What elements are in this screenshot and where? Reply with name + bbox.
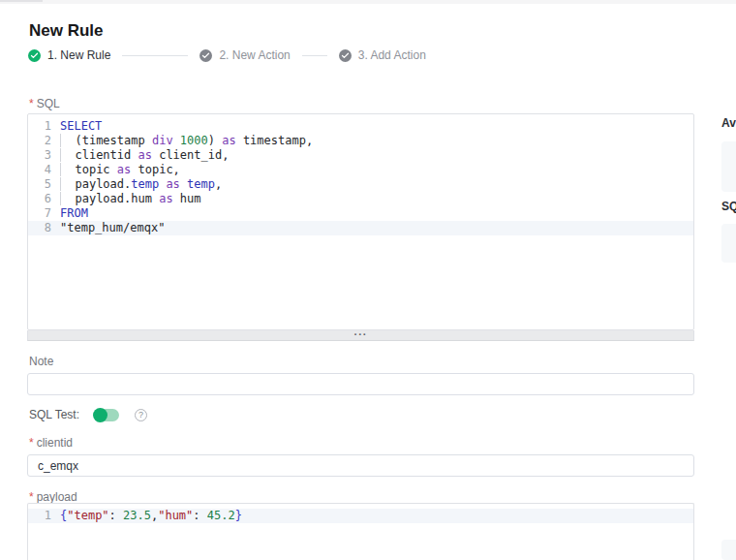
line-number: 4 bbox=[28, 163, 60, 177]
required-asterisk: * bbox=[29, 436, 34, 450]
step-label: 3. Add Action bbox=[358, 48, 426, 62]
note-input[interactable] bbox=[27, 373, 694, 395]
step-connector bbox=[122, 55, 188, 56]
step-new-rule[interactable]: 1. New Rule bbox=[28, 48, 110, 62]
line-number: 6 bbox=[28, 192, 60, 206]
step-connector bbox=[302, 55, 327, 56]
line-number: 5 bbox=[28, 177, 60, 192]
code-line: 2 (timestamp div 1000) as timestamp, bbox=[28, 134, 693, 148]
line-number: 1 bbox=[28, 509, 60, 523]
page-title: New Rule bbox=[29, 21, 104, 41]
sql-test-row: SQL Test: ? bbox=[29, 408, 147, 421]
side-panel-label-available: Av bbox=[721, 116, 736, 130]
line-number: 8 bbox=[28, 221, 60, 235]
sql-test-toggle[interactable] bbox=[93, 409, 119, 421]
code-line: 1SELECT bbox=[28, 119, 693, 134]
side-panel-box[interactable] bbox=[721, 540, 736, 560]
note-field-label: Note bbox=[29, 355, 53, 368]
check-circle-icon bbox=[28, 49, 41, 62]
line-number: 1 bbox=[28, 119, 60, 134]
payload-code-editor[interactable]: 1{"temp": 23.5,"hum": 45.2} bbox=[27, 503, 694, 560]
check-circle-icon bbox=[339, 49, 352, 62]
line-number: 7 bbox=[28, 206, 60, 221]
sql-code-editor[interactable]: 1SELECT2 (timestamp div 1000) as timesta… bbox=[27, 113, 694, 330]
step-new-action[interactable]: 2. New Action bbox=[199, 48, 290, 62]
code-line: 4 topic as topic, bbox=[28, 163, 693, 177]
help-icon[interactable]: ? bbox=[135, 409, 147, 421]
editor-resize-handle[interactable]: ··· bbox=[27, 330, 694, 341]
sql-test-label: SQL Test: bbox=[29, 408, 79, 421]
step-label: 2. New Action bbox=[219, 48, 290, 62]
code-line: 3 clientid as client_id, bbox=[28, 148, 693, 163]
step-label: 1. New Rule bbox=[47, 48, 110, 62]
required-asterisk: * bbox=[29, 97, 34, 110]
side-panel-label-sql: SQ bbox=[721, 200, 736, 213]
required-asterisk: * bbox=[29, 490, 34, 504]
clientid-input[interactable] bbox=[27, 454, 694, 477]
code-line: 6 payload.hum as hum bbox=[28, 192, 693, 206]
wizard-stepper: 1. New Rule 2. New Action 3. Add Action bbox=[28, 48, 426, 62]
payload-field-label: *payload bbox=[29, 490, 77, 504]
toggle-knob bbox=[93, 408, 107, 422]
step-add-action[interactable]: 3. Add Action bbox=[339, 48, 426, 62]
line-number: 3 bbox=[28, 148, 60, 163]
top-border-strip bbox=[0, 0, 736, 4]
ellipsis-icon: ··· bbox=[354, 331, 368, 337]
top-border-segment bbox=[0, 0, 43, 2]
code-line: 1{"temp": 23.5,"hum": 45.2} bbox=[28, 509, 693, 523]
side-panel-box[interactable] bbox=[721, 224, 736, 263]
line-number: 2 bbox=[28, 134, 60, 148]
side-panel-box[interactable] bbox=[721, 141, 736, 192]
code-line: 5 payload.temp as temp, bbox=[28, 177, 693, 192]
check-circle-icon bbox=[199, 49, 212, 62]
clientid-field-label: *clientid bbox=[29, 436, 73, 450]
code-line: 8"temp_hum/emqx" bbox=[28, 221, 693, 235]
code-line: 7FROM bbox=[28, 206, 693, 221]
sql-field-label: *SQL bbox=[29, 97, 60, 110]
